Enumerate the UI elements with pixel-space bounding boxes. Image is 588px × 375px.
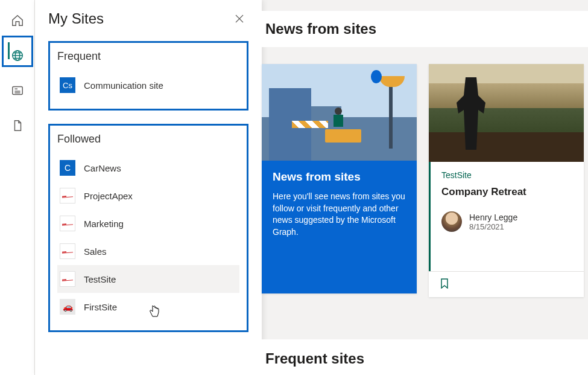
news-card-author: Henry Legge 8/15/2021: [441, 211, 573, 232]
site-label: Marketing: [84, 219, 124, 229]
news-icon[interactable]: [5, 79, 30, 103]
frequent-heading: Frequent: [57, 50, 239, 63]
site-item-carnews[interactable]: C CarNews: [57, 154, 239, 182]
panel-title: My Sites: [48, 10, 104, 27]
site-label: FirstSite: [84, 302, 117, 312]
site-label: Sales: [84, 246, 107, 257]
followed-list: C CarNews ProjectApex Marketing Sales Te…: [57, 154, 239, 321]
site-label: CarNews: [84, 163, 121, 173]
site-icon: C: [60, 160, 75, 176]
svg-rect-2: [12, 87, 22, 95]
site-item-testsite[interactable]: TestSite: [57, 265, 239, 293]
active-indicator: [8, 42, 10, 59]
site-item-sales[interactable]: Sales: [57, 237, 239, 265]
followed-heading: Followed: [57, 133, 239, 146]
news-card-image: [429, 64, 584, 162]
site-item-marketing[interactable]: Marketing: [57, 210, 239, 237]
frequent-list: Cs Communication site: [57, 71, 239, 99]
news-card-title: Company Retreat: [441, 186, 573, 198]
main-content: News from sites News from sites Here you…: [262, 0, 588, 375]
news-cards: News from sites Here you'll see news fro…: [262, 64, 588, 297]
site-label: ProjectApex: [84, 191, 133, 201]
nav-rail: [0, 0, 35, 375]
close-button[interactable]: [230, 10, 248, 28]
site-icon: [60, 188, 75, 204]
site-label: TestSite: [84, 274, 116, 284]
site-item-firstsite[interactable]: 🚗 FirstSite: [57, 293, 239, 321]
author-name: Henry Legge: [469, 213, 517, 222]
site-icon: [60, 216, 75, 231]
home-icon[interactable]: [5, 8, 30, 33]
news-card-footer: [429, 271, 584, 297]
news-from-sites-header: News from sites: [262, 11, 588, 47]
site-icon: [60, 243, 75, 259]
site-item-projectapex[interactable]: ProjectApex: [57, 182, 239, 210]
promo-illustration: [262, 64, 417, 161]
promo-title: News from sites: [273, 170, 406, 184]
avatar: [441, 211, 462, 232]
author-date: 8/15/2021: [469, 222, 517, 231]
frequent-section: Frequent Cs Communication site: [48, 41, 248, 111]
site-item-communication[interactable]: Cs Communication site: [57, 71, 239, 99]
news-card-company-retreat[interactable]: TestSite Company Retreat Henry Legge 8/1…: [429, 64, 584, 297]
news-card-site-link[interactable]: TestSite: [441, 170, 573, 180]
site-icon: [60, 271, 75, 287]
site-icon: Cs: [60, 77, 75, 93]
followed-section: Followed C CarNews ProjectApex Marketing…: [48, 124, 248, 332]
close-icon: [235, 14, 244, 24]
files-icon[interactable]: [5, 114, 30, 138]
promo-card[interactable]: News from sites Here you'll see news fro…: [262, 64, 417, 293]
frequent-sites-header: Frequent sites: [262, 339, 588, 375]
site-icon: 🚗: [60, 299, 75, 315]
site-label: Communication site: [84, 80, 163, 91]
bookmark-icon[interactable]: [440, 278, 449, 291]
my-sites-panel: My Sites Frequent Cs Communication site …: [35, 0, 262, 375]
promo-body: Here you'll see news from sites you foll…: [273, 191, 406, 238]
